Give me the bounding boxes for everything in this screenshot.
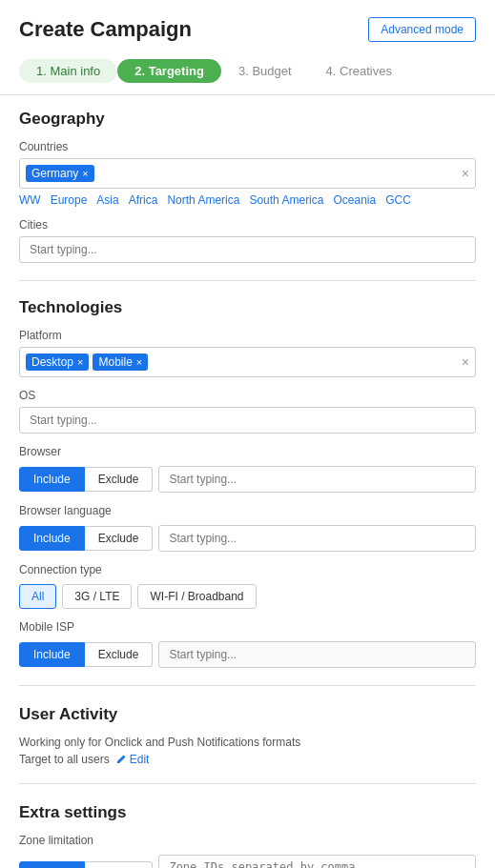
user-activity-description: Working only for Onclick and Push Notifi… (19, 736, 476, 749)
extra-settings-title: Extra settings (19, 803, 476, 822)
browser-label: Browser (19, 445, 476, 458)
connection-type-buttons: All 3G / LTE WI-FI / Broadband (19, 584, 476, 609)
countries-clear[interactable]: × (462, 166, 469, 181)
conn-btn-all[interactable]: All (19, 584, 56, 609)
os-label: OS (19, 389, 476, 402)
countries-input[interactable]: Germany × × (19, 158, 476, 189)
cities-label: Cities (19, 218, 476, 232)
mobile-isp-input[interactable] (158, 641, 476, 668)
quick-link-asia[interactable]: Asia (96, 193, 118, 207)
edit-icon (115, 754, 127, 765)
browser-field: Include Exclude (19, 466, 476, 493)
advanced-mode-button[interactable]: Advanced mode (368, 17, 476, 42)
mobile-isp-include-exclude: Include Exclude (19, 642, 153, 667)
germany-tag[interactable]: Germany × (26, 165, 94, 182)
browser-exclude-button[interactable]: Exclude (85, 467, 154, 492)
platform-input[interactable]: Desktop × Mobile × × (19, 347, 476, 377)
conn-btn-wifi[interactable]: WI-FI / Broadband (137, 584, 256, 609)
conn-btn-3g[interactable]: 3G / LTE (62, 584, 132, 609)
connection-type-label: Connection type (19, 563, 476, 576)
step-budget[interactable]: 3. Budget (221, 59, 309, 83)
user-activity-title: User Activity (19, 705, 476, 724)
os-input[interactable] (19, 407, 476, 434)
germany-tag-close[interactable]: × (82, 168, 88, 179)
mobile-isp-field: Include Exclude (19, 641, 476, 668)
zone-ids-input[interactable] (158, 855, 476, 868)
browser-language-exclude-button[interactable]: Exclude (85, 526, 154, 551)
browser-language-include-button[interactable]: Include (19, 526, 85, 551)
geography-title: Geography (19, 110, 476, 129)
step-creatives[interactable]: 4. Creatives (309, 59, 409, 83)
zone-exclude-button[interactable]: Exclude (85, 861, 154, 868)
edit-link[interactable]: Edit (115, 753, 150, 766)
browser-language-include-exclude: Include Exclude (19, 526, 153, 551)
countries-quick-links: WW Europe Asia Africa North America Sout… (19, 193, 476, 207)
cities-input[interactable] (19, 236, 476, 263)
platform-label: Platform (19, 329, 476, 342)
technologies-title: Technologies (19, 298, 476, 317)
desktop-tag[interactable]: Desktop × (26, 353, 89, 371)
page-title: Create Campaign (19, 17, 192, 42)
mobile-tag-close[interactable]: × (136, 356, 142, 368)
steps-bar: 1. Main info 2. Targeting 3. Budget 4. C… (0, 51, 495, 95)
quick-link-europe[interactable]: Europe (51, 193, 88, 207)
countries-label: Countries (19, 140, 476, 153)
browser-language-field: Include Exclude (19, 525, 476, 552)
mobile-isp-exclude-button[interactable]: Exclude (85, 642, 154, 667)
browser-include-button[interactable]: Include (19, 467, 85, 492)
target-all-users-label: Target to all users (19, 753, 110, 766)
zone-include-exclude: Include Exclude (19, 861, 153, 868)
zone-limitation-row: Include Exclude (19, 855, 476, 868)
zone-include-button[interactable]: Include (19, 861, 85, 868)
quick-link-gcc[interactable]: GCC (385, 193, 411, 207)
mobile-isp-label: Mobile ISP (19, 620, 476, 634)
quick-link-north-america[interactable]: North America (167, 193, 239, 207)
step-main-info[interactable]: 1. Main info (19, 59, 117, 83)
browser-language-input[interactable] (158, 525, 476, 552)
step-targeting[interactable]: 2. Targeting (117, 59, 221, 83)
quick-link-ww[interactable]: WW (19, 193, 41, 207)
platform-clear[interactable]: × (462, 354, 469, 370)
browser-include-exclude: Include Exclude (19, 467, 153, 492)
extra-settings-section: Extra settings Zone limitation Include E… (19, 803, 476, 868)
browser-language-label: Browser language (19, 504, 476, 517)
zone-limitation-label: Zone limitation (19, 834, 476, 847)
browser-input[interactable] (158, 466, 476, 493)
user-activity-section: User Activity Working only for Onclick a… (19, 705, 476, 766)
mobile-tag[interactable]: Mobile × (93, 353, 148, 371)
desktop-tag-close[interactable]: × (77, 356, 83, 368)
mobile-isp-include-button[interactable]: Include (19, 642, 85, 667)
quick-link-oceania[interactable]: Oceania (333, 193, 376, 207)
quick-link-africa[interactable]: Africa (129, 193, 158, 207)
quick-link-south-america[interactable]: South America (249, 193, 323, 207)
